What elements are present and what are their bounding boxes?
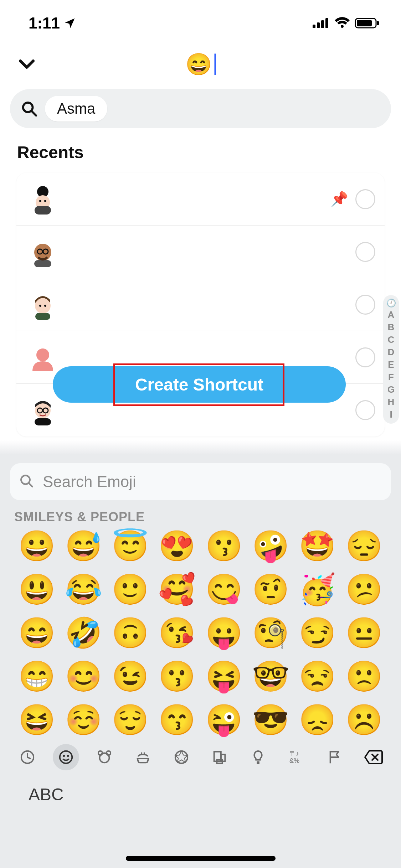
shortcut-name-input[interactable]: 😄	[185, 52, 216, 77]
select-radio[interactable]	[355, 242, 375, 262]
create-shortcut-button[interactable]: Create Shortcut	[53, 366, 346, 403]
svg-point-32	[67, 755, 69, 757]
emoji-key[interactable]: 😋	[201, 574, 247, 604]
tab-animals-icon[interactable]	[91, 744, 118, 770]
emoji-key[interactable]: 😁	[14, 661, 60, 691]
emoji-key[interactable]: 🥰	[154, 574, 200, 604]
emoji-key[interactable]: 😞	[294, 705, 341, 735]
tab-recent-icon[interactable]	[14, 744, 41, 770]
header: 😄	[0, 39, 401, 89]
alpha-letter[interactable]: H	[388, 397, 395, 408]
emoji-key[interactable]: 😜	[201, 705, 247, 735]
alpha-letter[interactable]: C	[388, 334, 395, 345]
svg-point-30	[60, 751, 72, 764]
emoji-category-title: SMILEYS & PEOPLE	[0, 507, 401, 531]
back-chevron[interactable]	[14, 52, 39, 77]
select-radio[interactable]	[355, 295, 375, 315]
emoji-key[interactable]: 🙁	[341, 661, 387, 691]
emoji-key[interactable]: 😃	[14, 574, 60, 604]
backspace-icon[interactable]	[360, 744, 387, 770]
status-time: 1:11	[29, 14, 76, 32]
emoji-key[interactable]: 🧐	[247, 618, 294, 648]
emoji-key[interactable]: 😐	[341, 618, 387, 648]
chevron-down-icon	[17, 55, 36, 74]
emoji-key[interactable]: 😘	[154, 618, 200, 648]
emoji-key[interactable]: 😙	[154, 705, 200, 735]
emoji-key[interactable]: 🥳	[294, 574, 341, 604]
emoji-key[interactable]: 😗	[154, 661, 200, 691]
emoji-key[interactable]: 😉	[107, 661, 154, 691]
emoji-key[interactable]: 😇	[107, 531, 154, 561]
tab-travel-icon[interactable]	[206, 744, 233, 770]
create-shortcut-label: Create Shortcut	[135, 375, 263, 394]
cellular-icon	[312, 17, 330, 29]
svg-rect-0	[313, 25, 315, 28]
alpha-letter[interactable]: I	[390, 409, 392, 420]
emoji-key[interactable]: 🙂	[107, 574, 154, 604]
emoji-key[interactable]: 😊	[60, 661, 107, 691]
alpha-letter[interactable]: E	[388, 359, 394, 370]
tab-symbols-icon[interactable]: 〒♪&%	[283, 744, 310, 770]
emoji-key[interactable]: 😀	[14, 531, 60, 561]
select-radio[interactable]	[355, 189, 375, 209]
emoji-key[interactable]: 🤨	[247, 574, 294, 604]
contact-row[interactable]	[16, 278, 385, 331]
search-chip[interactable]: Asma	[45, 96, 107, 122]
emoji-key[interactable]: 😏	[294, 618, 341, 648]
emoji-key[interactable]: 😛	[201, 618, 247, 648]
emoji-key[interactable]: 😄	[14, 618, 60, 648]
tab-food-icon[interactable]	[130, 744, 156, 770]
emoji-key[interactable]: 😌	[107, 705, 154, 735]
emoji-key[interactable]: 😕	[341, 574, 387, 604]
alpha-letter[interactable]: D	[388, 347, 395, 358]
emoji-key[interactable]: 🙃	[107, 618, 154, 648]
select-radio[interactable]	[355, 400, 375, 420]
svg-rect-24	[35, 418, 51, 425]
emoji-key[interactable]: 😍	[154, 531, 200, 561]
svg-point-31	[63, 755, 65, 757]
alpha-letter[interactable]: B	[388, 322, 395, 333]
emoji-key[interactable]: 😝	[201, 661, 247, 691]
svg-point-12	[39, 200, 41, 202]
alpha-letter[interactable]: A	[388, 309, 395, 320]
emoji-key[interactable]: 😂	[60, 574, 107, 604]
svg-point-20	[39, 305, 41, 307]
emoji-key[interactable]: ☺️	[60, 705, 107, 735]
abc-key[interactable]: ABC	[0, 774, 401, 804]
emoji-key[interactable]: ☹️	[341, 705, 387, 735]
contact-row[interactable]: 📌	[16, 173, 385, 226]
emoji-key[interactable]: 🤣	[60, 618, 107, 648]
svg-point-13	[44, 200, 46, 202]
emoji-key[interactable]: 🤩	[294, 531, 341, 561]
svg-point-35	[107, 751, 111, 755]
status-right	[312, 17, 380, 29]
emoji-search[interactable]: Search Emoji	[10, 463, 391, 500]
svg-point-21	[44, 305, 46, 307]
home-indicator[interactable]	[126, 856, 276, 861]
tab-smileys-icon[interactable]	[53, 744, 79, 770]
contact-search[interactable]: Asma	[10, 89, 391, 128]
emoji-key[interactable]: 🤪	[247, 531, 294, 561]
tab-objects-icon[interactable]	[245, 744, 271, 770]
emoji-key[interactable]: 😆	[14, 705, 60, 735]
select-radio[interactable]	[355, 347, 375, 367]
emoji-key[interactable]: 😗	[201, 531, 247, 561]
svg-point-34	[98, 751, 103, 755]
alpha-letter[interactable]: F	[388, 372, 394, 383]
emoji-key[interactable]: 😅	[60, 531, 107, 561]
battery-icon	[355, 17, 380, 29]
emoji-category-tabs: 〒♪&%	[0, 735, 401, 774]
svg-rect-3	[325, 18, 328, 28]
tab-flags-icon[interactable]	[322, 744, 348, 770]
alpha-index[interactable]: 🕘 A B C D E F G H I	[383, 295, 399, 424]
alpha-letter[interactable]: G	[387, 384, 395, 395]
tab-activity-icon[interactable]	[168, 744, 195, 770]
avatar	[27, 236, 58, 268]
avatar	[27, 394, 58, 426]
emoji-key[interactable]: 😎	[247, 705, 294, 735]
avatar	[27, 184, 58, 215]
emoji-key[interactable]: 😒	[294, 661, 341, 691]
emoji-key[interactable]: 🤓	[247, 661, 294, 691]
emoji-key[interactable]: 😔	[341, 531, 387, 561]
contact-row[interactable]	[16, 226, 385, 278]
